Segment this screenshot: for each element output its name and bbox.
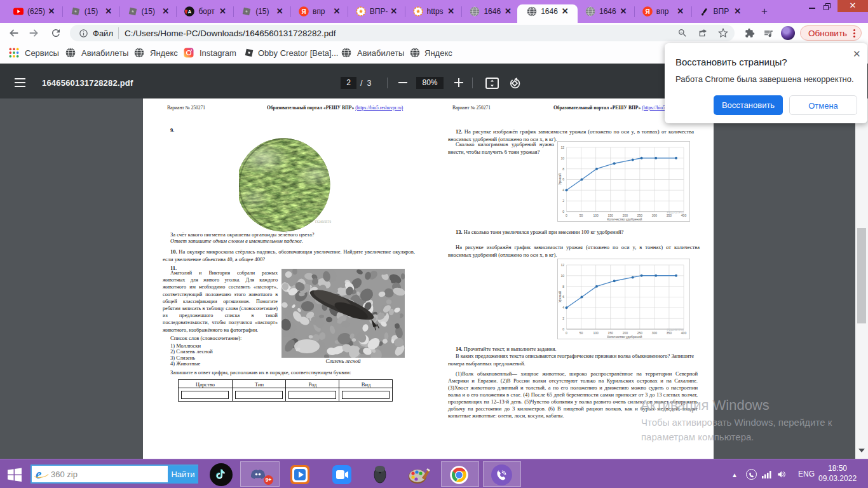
svg-text:0: 0 — [562, 210, 564, 214]
svg-text:РЕШУВПР.ru: РЕШУВПР.ru — [667, 211, 684, 214]
svg-text:0: 0 — [562, 327, 564, 331]
svg-text:50: 50 — [580, 214, 583, 217]
svg-text:Я: Я — [645, 8, 649, 15]
svg-text:2: 2 — [562, 199, 564, 203]
svg-text:200: 200 — [623, 214, 628, 217]
svg-text:12: 12 — [560, 146, 564, 149]
svg-text:200: 200 — [623, 331, 628, 335]
svg-text:150: 150 — [608, 331, 614, 335]
svg-text:50: 50 — [580, 331, 583, 335]
svg-text:12: 12 — [560, 263, 564, 267]
svg-text:A: A — [188, 9, 192, 15]
svg-text:8: 8 — [562, 285, 564, 288]
svg-text:4: 4 — [562, 306, 564, 309]
svg-text:6: 6 — [562, 177, 564, 181]
svg-text:0: 0 — [566, 214, 567, 217]
svg-text:300: 300 — [652, 331, 658, 335]
svg-text:250: 250 — [637, 331, 643, 335]
svg-text:0: 0 — [566, 331, 567, 335]
svg-text:Урожай: Урожай — [558, 173, 562, 185]
svg-text:Количество удобрений: Количество удобрений — [607, 217, 642, 221]
svg-text:10: 10 — [560, 156, 564, 160]
svg-text:10: 10 — [560, 274, 564, 278]
svg-text:РЕШУВПР.ru: РЕШУВПР.ru — [667, 329, 684, 332]
svg-text:300: 300 — [652, 214, 658, 217]
svg-text:100: 100 — [593, 331, 599, 335]
svg-text:Урожай: Урожай — [558, 291, 562, 302]
svg-text:150: 150 — [608, 214, 614, 217]
svg-text:Я: Я — [302, 8, 306, 15]
svg-text:100: 100 — [593, 214, 599, 217]
svg-text:Количество удобрений: Количество удобрений — [607, 335, 642, 339]
svg-text:8: 8 — [562, 167, 564, 171]
svg-text:250: 250 — [637, 214, 643, 217]
svg-text:2: 2 — [562, 316, 564, 320]
svg-text:6: 6 — [562, 295, 564, 299]
svg-text:FS169/3FF9: FS169/3FF9 — [315, 220, 332, 224]
svg-text:4: 4 — [562, 188, 564, 192]
